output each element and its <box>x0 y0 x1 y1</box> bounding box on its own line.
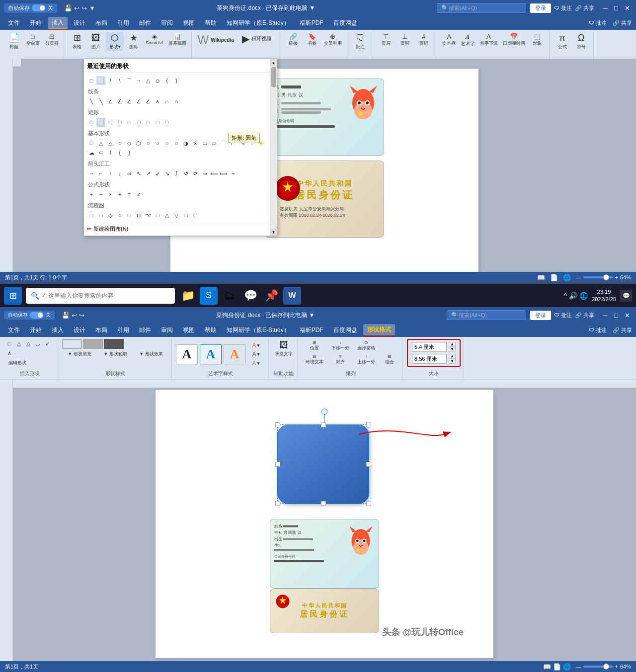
shape-arrow-9[interactable]: ↘ <box>162 169 171 178</box>
notification-button[interactable]: 💬 <box>620 290 632 302</box>
style-sample-2[interactable] <box>83 339 103 349</box>
ribbon-btn-video[interactable]: ▶ 积环视频 <box>237 32 277 46</box>
more-icon[interactable]: ▼ <box>89 4 95 12</box>
wrap-text-btn[interactable]: ⊟ 环绕文本 <box>302 353 327 366</box>
view-page-icon[interactable]: 📄 <box>550 274 558 281</box>
shape-flow-8[interactable]: □ <box>153 211 162 220</box>
autosave-toggle[interactable]: 自动保存 关 <box>4 3 57 13</box>
menu-home[interactable]: 开始 <box>26 17 46 29</box>
shape-line-2[interactable]: ╲ <box>96 97 105 106</box>
shape-rect-9[interactable]: □ <box>162 118 171 127</box>
shape-basic-6[interactable]: ⬡ <box>134 139 143 148</box>
shape-line-3[interactable]: ∠ <box>106 97 115 106</box>
shape-basic-10[interactable]: ○ <box>172 139 181 148</box>
shape-basic-7[interactable]: ○ <box>144 139 153 148</box>
shape-basic-11[interactable]: ◑ <box>181 139 190 148</box>
minimize-button[interactable]: ─ <box>600 3 610 13</box>
bottom-menu-mailings[interactable]: 邮件 <box>135 325 155 336</box>
zoom-in-btn[interactable]: + <box>615 274 618 280</box>
shape-flow-7[interactable]: ⌥ <box>144 211 153 220</box>
bottom-redo-icon[interactable]: ↪ <box>79 312 84 319</box>
shape-rect-4[interactable]: □ <box>115 118 124 127</box>
shape-rect-7[interactable]: □ <box>144 118 153 127</box>
save-icon[interactable]: 💾 <box>64 4 72 12</box>
ribbon-btn-object[interactable]: ⬚ 对象 <box>528 32 546 48</box>
shape-line-5[interactable]: ∠ <box>125 97 134 106</box>
shape-rect-8[interactable]: □ <box>153 118 162 127</box>
bottom-zoom-in[interactable]: + <box>615 664 618 670</box>
bottom-zoom-out[interactable]: — <box>576 664 581 670</box>
shape-basic-13[interactable]: ▭ <box>200 139 209 148</box>
scroll-thumb[interactable] <box>271 67 276 87</box>
shape-basic-4[interactable]: ○ <box>115 139 124 148</box>
bottom-menu-references[interactable]: 引用 <box>113 325 133 336</box>
new-drawing-canvas[interactable]: ✏ 新建绘图布(N) <box>87 223 274 233</box>
title-search-box[interactable]: 🔍 <box>437 3 526 13</box>
menu-mailings[interactable]: 邮件 <box>135 17 155 29</box>
move-up-btn[interactable]: ↑ 上移一分 <box>354 353 379 366</box>
menu-design[interactable]: 设计 <box>70 17 89 29</box>
top-comment-btn[interactable]: 🗨 批注 <box>589 19 607 27</box>
taskbar-app-pin[interactable]: 📌 <box>262 287 280 305</box>
shape-flow-11[interactable]: □ <box>181 211 190 220</box>
shape-arrow-1[interactable]: → <box>87 169 96 178</box>
bottom-search-input[interactable] <box>459 312 523 318</box>
ribbon-btn-comment[interactable]: 🗨 批注 <box>351 32 369 51</box>
ribbon-btn-table[interactable]: ⊞ 表格 <box>68 32 86 51</box>
share-button[interactable]: 🔗 共享 <box>575 4 594 12</box>
redo-icon[interactable]: ↪ <box>81 4 87 12</box>
comment-button[interactable]: 🗨 批注 <box>554 4 572 12</box>
shape-line-6[interactable]: ∠ <box>134 97 143 106</box>
handle-br[interactable] <box>366 501 371 506</box>
shape-flow-3[interactable]: ◇ <box>106 211 115 220</box>
shape-basic-15[interactable]: ⌒ <box>219 139 228 148</box>
shape-flow-10[interactable]: ▽ <box>172 211 181 220</box>
shape-basic-22[interactable]: ⌇ <box>106 148 115 157</box>
bottom-autosave-switch[interactable] <box>30 312 44 319</box>
bottom-zoom-thumb[interactable] <box>603 664 609 670</box>
zoom-slider[interactable] <box>583 276 613 278</box>
shape-flow-9[interactable]: △ <box>162 211 171 220</box>
shape-flow-6[interactable]: ⊓ <box>134 211 143 220</box>
close-button[interactable]: ✕ <box>622 3 632 13</box>
handle-tc[interactable] <box>321 422 326 427</box>
shape-rect-5[interactable]: □ <box>125 118 134 127</box>
shape-arrow-4[interactable]: ↓ <box>115 169 124 178</box>
ribbon-btn-textbox[interactable]: A 文本框 <box>440 32 458 48</box>
shape-rect-6[interactable]: □ <box>134 118 143 127</box>
shape-arrow-14[interactable]: ⟸ <box>210 169 219 178</box>
shape-basic-14[interactable]: ▱ <box>210 139 219 148</box>
menu-references[interactable]: 引用 <box>113 17 133 29</box>
scroll-down-arrow[interactable]: ▼ <box>270 229 277 236</box>
bottom-menu-help[interactable]: 帮助 <box>201 325 221 336</box>
handle-tl[interactable] <box>275 422 280 427</box>
menu-file[interactable]: 文件 <box>4 17 24 29</box>
menu-help[interactable]: 帮助 <box>201 17 221 29</box>
bottom-menu-foxit[interactable]: 福昕PDF <box>296 325 327 336</box>
search-input[interactable] <box>449 5 513 11</box>
shape-rect-2[interactable]: ⬜ <box>96 118 105 127</box>
shape-effect-btn[interactable]: ▼ 形状效果 <box>134 350 168 358</box>
shape-basic-24[interactable]: } <box>125 148 134 157</box>
shape-recent-tri[interactable]: △ <box>144 76 153 85</box>
shape-arrow-7[interactable]: ↗ <box>144 169 153 178</box>
shape-eq-4[interactable]: ÷ <box>115 190 124 199</box>
shape-basic-23[interactable]: { <box>115 148 124 157</box>
shape-arrow-13[interactable]: ⇒ <box>200 169 209 178</box>
handle-bl[interactable] <box>275 501 280 506</box>
start-button[interactable]: ⊞ <box>4 287 22 305</box>
bottom-zoom-slider[interactable] <box>583 666 613 668</box>
ribbon-btn-pagenum[interactable]: # 页码 <box>415 32 433 48</box>
shape-recent-arrow[interactable]: → <box>134 76 143 85</box>
shape-arrow-15[interactable]: ⟺ <box>219 169 228 178</box>
view-read-icon[interactable]: 📖 <box>537 274 545 281</box>
ribbon-btn-chart[interactable]: 📊 屏幕截图 <box>166 32 188 48</box>
shape-recent-rect[interactable]: □ <box>87 76 96 85</box>
ribbon-btn-symbol[interactable]: Ω 符号 <box>572 32 590 51</box>
shape-recent-line2[interactable]: \ <box>115 76 124 85</box>
shape-fill-btn[interactable]: ▼ 形状填充 <box>62 350 97 358</box>
handle-ml[interactable] <box>275 462 280 467</box>
ribbon-btn-dropcap[interactable]: A̲ 首字下沉 <box>478 32 500 48</box>
handle-bc[interactable] <box>321 501 326 506</box>
ribbon-btn-datetime[interactable]: 📅 日期和时间 <box>501 32 527 48</box>
